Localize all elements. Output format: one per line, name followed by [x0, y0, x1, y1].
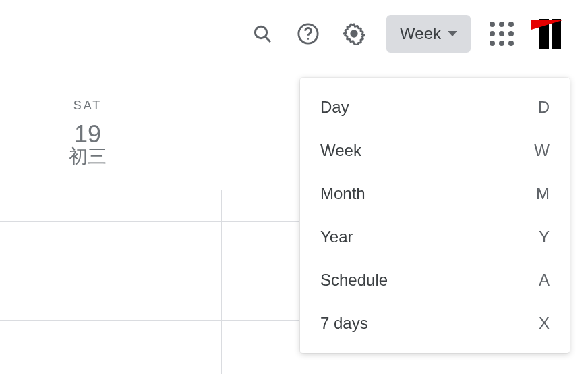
- search-icon[interactable]: [249, 20, 276, 47]
- dropdown-item-shortcut: A: [539, 271, 550, 290]
- dropdown-item-month[interactable]: Month M: [300, 172, 570, 215]
- dropdown-item-label: Month: [320, 184, 365, 203]
- dropdown-item-label: Week: [320, 141, 361, 160]
- view-dropdown-menu: Day D Week W Month M Year Y Schedule A 7…: [300, 78, 570, 353]
- view-selector-label: Week: [400, 24, 441, 43]
- dropdown-item-label: Schedule: [320, 271, 388, 290]
- apps-grid-icon[interactable]: [490, 22, 514, 46]
- day-of-week-label: SAT: [40, 99, 135, 113]
- dropdown-item-day[interactable]: Day D: [300, 86, 570, 129]
- dropdown-item-shortcut: Y: [539, 228, 550, 246]
- settings-gear-icon[interactable]: [341, 20, 368, 47]
- day-number[interactable]: 19: [40, 122, 135, 146]
- dropdown-item-label: Year: [320, 228, 353, 246]
- dropdown-item-year[interactable]: Year Y: [300, 215, 570, 259]
- dropdown-item-7days[interactable]: 7 days X: [300, 302, 570, 345]
- dropdown-item-shortcut: D: [538, 98, 550, 117]
- svg-point-4: [351, 31, 357, 37]
- toolbar: Week: [0, 0, 588, 68]
- dropdown-item-schedule[interactable]: Schedule A: [300, 259, 570, 302]
- svg-point-3: [307, 38, 309, 40]
- dropdown-item-week[interactable]: Week W: [300, 129, 570, 172]
- account-avatar[interactable]: [533, 16, 568, 51]
- dropdown-item-label: 7 days: [320, 314, 368, 333]
- dropdown-item-label: Day: [320, 98, 349, 117]
- dropdown-item-shortcut: W: [534, 141, 550, 160]
- help-icon[interactable]: [295, 20, 322, 47]
- svg-line-1: [266, 37, 270, 42]
- dropdown-item-shortcut: M: [536, 184, 550, 203]
- chevron-down-icon: [448, 31, 457, 36]
- dropdown-item-shortcut: X: [539, 314, 550, 333]
- lunar-day-label: 初三: [40, 146, 135, 167]
- view-selector-button[interactable]: Week: [386, 15, 471, 53]
- day-header: SAT 19 初三: [40, 99, 135, 167]
- svg-point-0: [255, 26, 266, 38]
